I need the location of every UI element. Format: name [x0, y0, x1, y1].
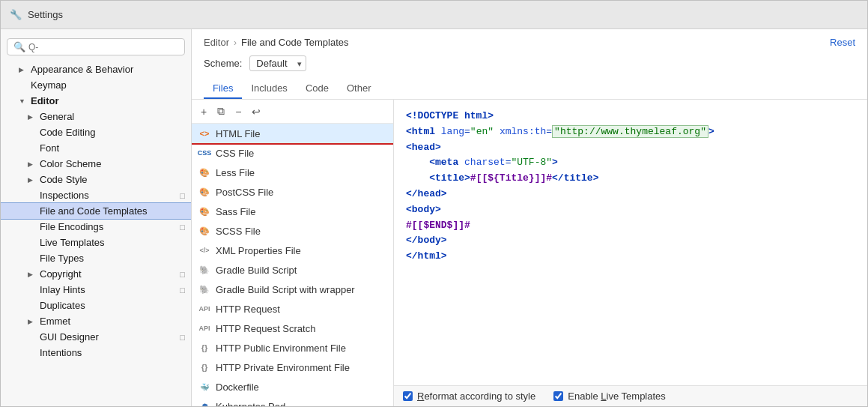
copy-template-button[interactable]: ⧉ [214, 104, 228, 118]
file-item-label: XML Properties File [216, 245, 301, 256]
arrow-icon: ▶ [28, 318, 37, 325]
file-list-panel: + ⧉ − ↩ <> HTML File CSS CSS File [192, 100, 394, 406]
file-item-http-request[interactable]: API HTTP Request [192, 299, 393, 319]
sidebar-item-label: General [40, 111, 74, 122]
revert-template-button[interactable]: ↩ [249, 105, 264, 118]
sidebar-item-emmet[interactable]: ▶ Emmet [1, 313, 191, 329]
live-templates-checkbox[interactable] [553, 391, 563, 401]
code-line: <title>#[[${Title}]]#</title> [406, 171, 855, 187]
search-icon: 🔍 [13, 41, 25, 52]
sidebar-item-label: File Types [40, 253, 84, 264]
file-item-scss[interactable]: 🎨 SCSS File [192, 221, 393, 241]
file-list-toolbar: + ⧉ − ↩ [192, 100, 393, 124]
sidebar-item-file-code-templates[interactable]: File and Code Templates [1, 203, 191, 219]
file-item-sass[interactable]: 🎨 Sass File [192, 202, 393, 221]
sidebar-item-label: Color Scheme [40, 158, 101, 169]
sidebar-item-label: Emmet [40, 316, 70, 327]
sidebar-item-label: GUI Designer [40, 331, 99, 343]
titlebar: 🔧 Settings [1, 1, 867, 29]
sidebar-item-duplicates[interactable]: Duplicates [1, 298, 191, 313]
tab-other[interactable]: Other [338, 79, 380, 99]
sidebar-item-label: File Encodings [40, 221, 103, 232]
sidebar-item-inlay-hints[interactable]: Inlay Hints □ [1, 282, 191, 298]
search-box[interactable]: 🔍 [7, 38, 185, 55]
file-item-label: PostCSS File [216, 187, 273, 198]
sidebar-item-gui-designer[interactable]: GUI Designer □ [1, 329, 191, 345]
file-item-http-public-env[interactable]: {} HTTP Public Environment File [192, 338, 393, 358]
arrow-icon: ▶ [28, 271, 37, 278]
file-item-label: HTTP Public Environment File [216, 343, 346, 354]
remove-template-button[interactable]: − [232, 105, 244, 118]
main-content: 🔍 ▶ Appearance & Behavior Keymap ▼ Edito… [1, 29, 867, 406]
sidebar-item-file-encodings[interactable]: File Encodings □ [1, 219, 191, 235]
sidebar-item-inspections[interactable]: Inspections □ [1, 187, 191, 203]
file-item-label: Dockerfile [216, 382, 259, 393]
arrow-icon: ▼ [19, 97, 28, 105]
sidebar-item-keymap[interactable]: Keymap [1, 77, 191, 93]
gradle-icon: 🐘 [198, 263, 211, 277]
file-item-http-private-env[interactable]: {} HTTP Private Environment File [192, 358, 393, 377]
breadcrumb-separator: › [234, 37, 237, 48]
reset-button[interactable]: Reset [830, 37, 855, 48]
sidebar-item-label: Duplicates [40, 300, 85, 311]
sidebar-item-live-templates[interactable]: Live Templates [1, 235, 191, 250]
tab-includes[interactable]: Includes [242, 79, 296, 99]
file-item-label: Less File [216, 167, 255, 178]
breadcrumb: Editor › File and Code Templates Reset [204, 37, 855, 48]
file-item-gradle-wrapper[interactable]: 🐘 Gradle Build Script with wrapper [192, 280, 393, 299]
reformat-checkbox[interactable] [403, 391, 413, 401]
sidebar-item-general[interactable]: ▶ General [1, 109, 191, 124]
sidebar-item-intentions[interactable]: Intentions [1, 345, 191, 361]
code-editor[interactable]: <!DOCTYPE html> <html lang="en" xmlns:th… [394, 100, 867, 385]
file-item-label: Kubernetes Pod [216, 401, 285, 407]
file-item-label: HTTP Private Environment File [216, 362, 350, 373]
live-templates-checkbox-row[interactable]: Enable Live Templates [553, 391, 666, 402]
search-input[interactable] [28, 42, 178, 52]
sidebar-item-font[interactable]: Font [1, 140, 191, 156]
file-item-gradle[interactable]: 🐘 Gradle Build Script [192, 260, 393, 280]
sidebar-item-editor[interactable]: ▼ Editor [1, 93, 191, 109]
end-icon: □ [180, 191, 185, 200]
arrow-icon: ▶ [19, 66, 28, 73]
reformat-checkbox-row[interactable]: Reformat according to style [403, 391, 535, 402]
tab-code[interactable]: Code [297, 79, 338, 99]
code-line: </head> [406, 187, 855, 202]
xml-props-icon: </> [198, 244, 211, 257]
http-private-env-icon: {} [198, 361, 211, 374]
sidebar-item-color-scheme[interactable]: ▶ Color Scheme [1, 156, 191, 172]
sidebar-item-copyright[interactable]: ▶ Copyright □ [1, 266, 191, 282]
sidebar-item-file-types[interactable]: File Types [1, 250, 191, 266]
file-item-label: Gradle Build Script [216, 265, 297, 276]
file-item-less[interactable]: 🎨 Less File [192, 163, 393, 182]
tab-files[interactable]: Files [204, 79, 242, 99]
css-file-icon: CSS [198, 146, 211, 160]
scheme-select[interactable]: Default Project [249, 55, 306, 71]
html-file-icon: <> [198, 127, 211, 140]
window-title: Settings [28, 9, 63, 20]
sidebar-item-code-style[interactable]: ▶ Code Style [1, 172, 191, 187]
code-line: <head> [406, 140, 855, 156]
file-item-dockerfile[interactable]: 🐳 Dockerfile [192, 377, 393, 397]
file-list: <> HTML File CSS CSS File 🎨 Less File [192, 124, 393, 406]
file-item-http-scratch[interactable]: API HTTP Request Scratch [192, 319, 393, 338]
sidebar-item-code-editing[interactable]: Code Editing [1, 124, 191, 140]
add-template-button[interactable]: + [198, 105, 210, 118]
code-line: <meta charset="UTF-8"> [406, 155, 855, 171]
file-item-postcss[interactable]: 🎨 PostCSS File [192, 182, 393, 202]
breadcrumb-current: File and Code Templates [241, 37, 349, 48]
file-item-kubernetes[interactable]: ☸ Kubernetes Pod [192, 397, 393, 406]
file-item-css[interactable]: CSS CSS File [192, 143, 393, 163]
file-item-html[interactable]: <> HTML File [192, 124, 393, 143]
app-icon: 🔧 [10, 9, 22, 21]
file-item-label: HTML File [216, 128, 260, 139]
code-line: </body> [406, 233, 855, 249]
less-file-icon: 🎨 [198, 166, 211, 179]
code-line: </html> [406, 249, 855, 265]
sidebar-item-appearance[interactable]: ▶ Appearance & Behavior [1, 61, 191, 77]
arrow-icon: ▶ [28, 113, 37, 121]
file-item-xml-props[interactable]: </> XML Properties File [192, 241, 393, 260]
main-header: Editor › File and Code Templates Reset S… [192, 29, 867, 100]
sidebar-item-label: File and Code Templates [40, 205, 148, 217]
http-request-icon: API [198, 302, 211, 316]
dockerfile-icon: 🐳 [198, 380, 211, 394]
